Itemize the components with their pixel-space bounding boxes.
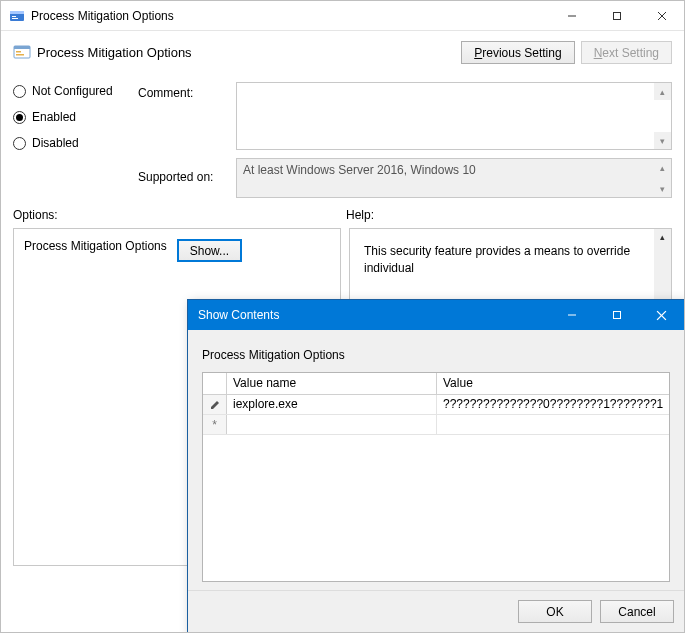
- svg-rect-3: [12, 18, 18, 19]
- show-contents-dialog: Show Contents Process Mitigation Options…: [187, 299, 685, 633]
- options-label: Options:: [13, 208, 346, 222]
- comment-textarea[interactable]: ▴ ▾: [236, 82, 672, 150]
- app-icon: [9, 8, 25, 24]
- titlebar: Process Mitigation Options: [1, 1, 684, 31]
- window-title: Process Mitigation Options: [31, 9, 549, 23]
- help-text: This security feature provides a means t…: [364, 244, 630, 275]
- supported-on-label: Supported on:: [138, 168, 226, 194]
- row-new-icon: *: [203, 415, 227, 434]
- cell-name[interactable]: iexplore.exe: [227, 395, 437, 414]
- options-item-label: Process Mitigation Options: [24, 239, 167, 253]
- cell-value[interactable]: [437, 415, 669, 434]
- svg-rect-11: [16, 54, 24, 56]
- table-row[interactable]: iexplore.exe ???????????????0????????1??…: [203, 395, 669, 415]
- show-button[interactable]: Show...: [177, 239, 242, 262]
- scroll-up-icon[interactable]: ▴: [654, 159, 671, 176]
- scroll-up-icon[interactable]: ▴: [654, 83, 671, 100]
- scroll-up-icon[interactable]: ▴: [654, 229, 671, 246]
- dialog-maximize-button[interactable]: [594, 300, 639, 330]
- supported-on-text: At least Windows Server 2016, Windows 10: [243, 163, 476, 177]
- minimize-button[interactable]: [549, 1, 594, 31]
- cancel-button[interactable]: Cancel: [600, 600, 674, 623]
- cell-name[interactable]: [227, 415, 437, 434]
- column-header-value[interactable]: Value: [437, 373, 669, 394]
- values-grid[interactable]: Value name Value iexplore.exe ??????????…: [202, 372, 670, 582]
- supported-on-box: At least Windows Server 2016, Windows 10…: [236, 158, 672, 198]
- radio-enabled[interactable]: Enabled: [13, 110, 128, 124]
- grid-corner: [203, 373, 227, 394]
- radio-label: Enabled: [32, 110, 76, 124]
- policy-icon: [13, 44, 31, 62]
- radio-icon: [13, 85, 26, 98]
- close-button[interactable]: [639, 1, 684, 31]
- svg-rect-9: [14, 46, 30, 49]
- scroll-down-icon[interactable]: ▾: [654, 180, 671, 197]
- comment-label: Comment:: [138, 84, 226, 110]
- svg-rect-2: [12, 16, 16, 17]
- previous-setting-button[interactable]: Previous Setting: [461, 41, 574, 64]
- table-row-new[interactable]: *: [203, 415, 669, 435]
- svg-rect-13: [613, 312, 620, 319]
- dialog-minimize-button[interactable]: [549, 300, 594, 330]
- radio-label: Not Configured: [32, 84, 113, 98]
- cell-value[interactable]: ???????????????0????????1???????1: [437, 395, 669, 414]
- radio-not-configured[interactable]: Not Configured: [13, 84, 128, 98]
- row-edit-icon: [203, 395, 227, 414]
- column-header-name[interactable]: Value name: [227, 373, 437, 394]
- next-setting-button[interactable]: Next Setting: [581, 41, 672, 64]
- grid-header: Value name Value: [203, 373, 669, 395]
- policy-name: Process Mitigation Options: [37, 45, 461, 60]
- scroll-down-icon[interactable]: ▾: [654, 132, 671, 149]
- dialog-titlebar: Show Contents: [188, 300, 684, 330]
- radio-disabled[interactable]: Disabled: [13, 136, 128, 150]
- dialog-close-button[interactable]: [639, 300, 684, 330]
- dialog-title: Show Contents: [198, 308, 549, 322]
- radio-label: Disabled: [32, 136, 79, 150]
- radio-icon: [13, 111, 26, 124]
- ok-button[interactable]: OK: [518, 600, 592, 623]
- svg-rect-1: [10, 11, 24, 14]
- svg-rect-10: [16, 51, 21, 53]
- radio-icon: [13, 137, 26, 150]
- svg-rect-5: [613, 12, 620, 19]
- dialog-subtitle: Process Mitigation Options: [202, 348, 670, 362]
- maximize-button[interactable]: [594, 1, 639, 31]
- help-label: Help:: [346, 208, 374, 222]
